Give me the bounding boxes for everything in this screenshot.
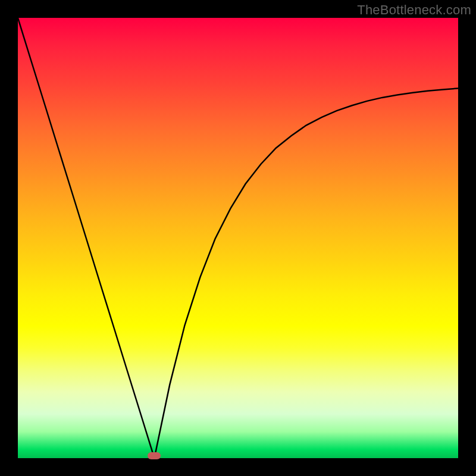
plot-area [18, 18, 458, 458]
chart-frame: TheBottleneck.com [0, 0, 476, 476]
watermark-text: TheBottleneck.com [357, 2, 471, 18]
bottleneck-curve [18, 18, 458, 458]
curve-right-branch [154, 88, 458, 458]
optimal-point-marker [148, 452, 161, 459]
curve-left-branch [18, 18, 154, 458]
